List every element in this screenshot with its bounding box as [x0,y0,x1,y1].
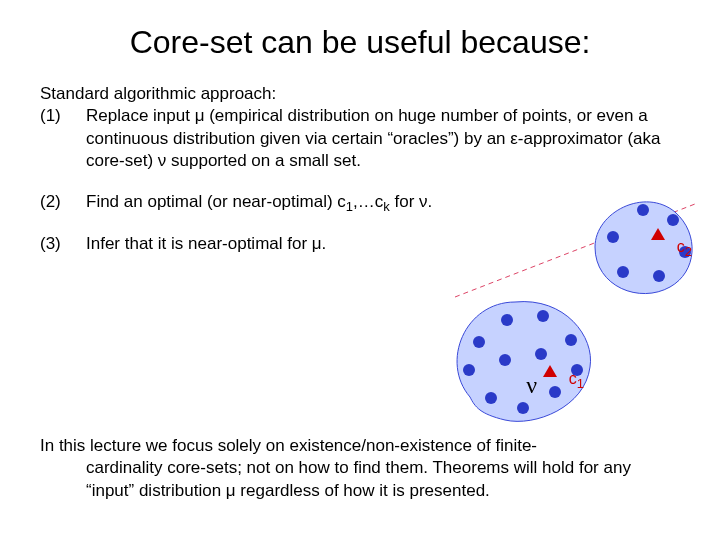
svg-point-11 [607,231,619,243]
closing-lead: In this lecture we focus solely on exist… [40,436,537,455]
item-2-number: (2) [40,191,86,216]
item-3-number: (3) [40,233,86,255]
item-1-number: (1) [40,105,86,172]
svg-point-8 [463,364,475,376]
svg-point-5 [549,386,561,398]
nu-label: ν [526,372,537,399]
item-1: (1) Replace input μ (empirical distribut… [40,105,680,172]
svg-point-6 [517,402,529,414]
center-marker-c2 [651,228,665,240]
center-marker-c1 [543,365,557,377]
svg-point-0 [473,336,485,348]
closing-paragraph: In this lecture we focus solely on exist… [40,435,680,502]
svg-point-12 [637,204,649,216]
slide-title: Core-set can be useful because: [40,24,680,61]
closing-rest: cardinality core-sets; not on how to fin… [40,457,680,502]
svg-point-10 [535,348,547,360]
svg-point-16 [617,266,629,278]
svg-point-3 [565,334,577,346]
svg-point-9 [499,354,511,366]
svg-point-13 [667,214,679,226]
center-label-c1: c1 [569,370,584,391]
svg-point-15 [653,270,665,282]
center-label-c2: c2 [677,238,692,259]
intro-line: Standard algorithmic approach: [40,83,680,105]
svg-point-7 [485,392,497,404]
svg-point-2 [537,310,549,322]
item-1-text: Replace input μ (empirical distribution … [86,105,680,172]
svg-point-1 [501,314,513,326]
